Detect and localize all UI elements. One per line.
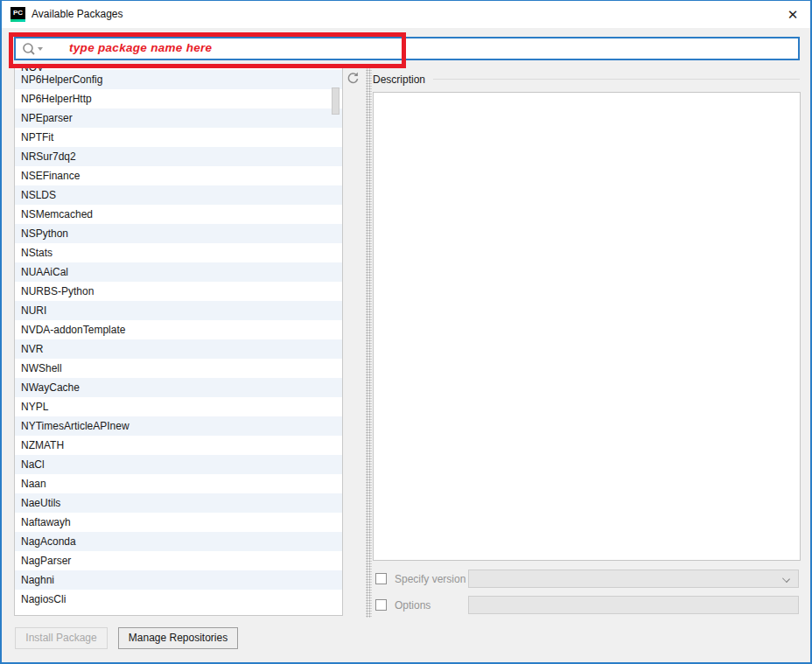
panel-splitter[interactable] xyxy=(366,66,372,618)
window-title: Available Packages xyxy=(32,8,123,20)
version-dropdown[interactable] xyxy=(468,570,799,588)
description-content xyxy=(373,92,801,561)
close-icon[interactable]: ✕ xyxy=(780,4,805,25)
install-package-button[interactable]: Install Package xyxy=(15,627,108,649)
list-item[interactable]: Naan xyxy=(15,474,342,493)
list-item[interactable]: NYPL xyxy=(15,397,342,416)
list-item[interactable]: NWayCache xyxy=(15,378,342,397)
list-item[interactable]: NaeUtils xyxy=(15,493,342,513)
list-item[interactable]: NYTimesArticleAPInew xyxy=(15,416,342,436)
list-item[interactable]: NOV xyxy=(15,64,342,70)
options-label: Options xyxy=(395,599,430,612)
specify-version-label: Specify version xyxy=(395,573,466,585)
list-item[interactable]: NUAAiCal xyxy=(15,262,342,282)
list-item[interactable]: NVR xyxy=(15,339,342,359)
description-group-label: Description xyxy=(373,73,425,86)
list-item[interactable]: NSMemcached xyxy=(15,205,342,224)
list-item[interactable]: NSLDS xyxy=(15,185,342,205)
pycharm-logo-icon: PC xyxy=(10,7,25,22)
list-item[interactable]: NaCl xyxy=(15,455,342,474)
list-item[interactable]: NURI xyxy=(15,301,342,320)
list-item[interactable]: Naghni xyxy=(15,570,342,590)
list-item[interactable]: NagiosCli xyxy=(15,590,342,609)
list-scrollbar-thumb[interactable] xyxy=(332,87,340,115)
list-item[interactable]: NVDA-addonTemplate xyxy=(15,320,342,339)
list-item[interactable]: NagAconda xyxy=(15,532,342,551)
list-item[interactable]: NStats xyxy=(15,243,342,262)
list-item[interactable]: NSEFinance xyxy=(15,166,342,185)
package-list: NOVNP6HelperConfigNP6HelperHttpNPEparser… xyxy=(14,64,343,616)
list-item[interactable]: NSPython xyxy=(15,224,342,243)
titlebar: PC Available Packages ✕ xyxy=(2,1,810,28)
search-icon[interactable] xyxy=(20,41,50,59)
list-item[interactable]: NPTFit xyxy=(15,128,342,147)
list-item[interactable]: NWShell xyxy=(15,359,342,378)
list-item[interactable]: NPEparser xyxy=(15,108,342,128)
list-item[interactable]: NP6HelperHttp xyxy=(15,89,342,108)
list-item[interactable]: NP6HelperConfig xyxy=(15,70,342,89)
refresh-icon[interactable] xyxy=(346,71,360,86)
list-item[interactable]: NRSur7dq2 xyxy=(15,147,342,166)
list-item[interactable]: Naftawayh xyxy=(15,513,342,532)
options-checkbox[interactable] xyxy=(375,599,387,611)
options-input[interactable] xyxy=(468,596,799,614)
list-item[interactable]: NZMATH xyxy=(15,436,342,455)
list-item[interactable]: NagParser xyxy=(15,551,342,570)
description-group-line xyxy=(433,79,800,80)
manage-repositories-button[interactable]: Manage Repositories xyxy=(118,627,238,649)
chevron-down-icon xyxy=(782,575,790,583)
list-item[interactable]: NURBS-Python xyxy=(15,282,342,301)
specify-version-checkbox[interactable] xyxy=(375,573,387,584)
available-packages-dialog: PC Available Packages ✕ type package nam… xyxy=(0,0,812,664)
search-input[interactable] xyxy=(14,37,800,60)
